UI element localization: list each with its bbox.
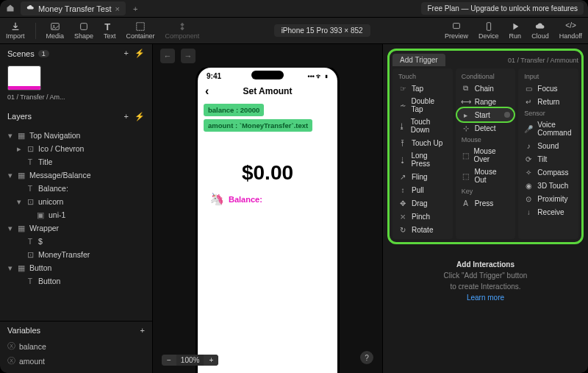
trigger-focus[interactable]: ▭Focus [520, 82, 577, 95]
trigger-voice[interactable]: 🎤Voice Command [520, 118, 577, 139]
trigger-receive[interactable]: ↓Receive [520, 205, 577, 219]
flash-icon[interactable]: ⚡ [135, 112, 145, 121]
double-tap-icon: ⩪ [398, 101, 406, 110]
layers-header: Layers + ⚡ [0, 107, 152, 126]
trigger-mouse-out[interactable]: ⬚Mouse Out [457, 166, 514, 186]
handoff-tool[interactable]: </> Handoff [559, 21, 582, 40]
mouse-over-icon: ⬚ [462, 151, 470, 160]
trigger-press[interactable]: APress [457, 196, 514, 210]
layer-balance[interactable]: TBalance: [0, 182, 152, 195]
trigger-long-press[interactable]: ⭭Long Press [394, 149, 451, 170]
trigger-drag[interactable]: ✥Drag [394, 196, 451, 210]
chip-amount[interactable]: amount : `MoneyTransfer`.text [204, 119, 312, 132]
variable-balance[interactable]: ⓧbalance [0, 339, 152, 354]
layer-unicorn[interactable]: ▾⊡unicorn [0, 195, 152, 208]
touch-down-icon: ⭳ [398, 121, 406, 130]
trigger-chain[interactable]: ⧉Chain [457, 82, 514, 95]
canvas[interactable]: 9:41 ••• ᯤ ▮ ‹ Set Amount balance : 2000… [153, 68, 382, 373]
toolbar: Import Media Shape T Text Container Comp… [0, 18, 588, 44]
trigger-tap[interactable]: ☞Tap [394, 82, 451, 95]
media-tool[interactable]: Media [46, 21, 65, 40]
layer-title[interactable]: TTitle [0, 155, 152, 168]
add-layer-button[interactable]: + [124, 112, 129, 121]
layer-wrapper[interactable]: ▾▦Wrapper [0, 221, 152, 235]
container-tool[interactable]: Container [126, 21, 155, 40]
trigger-rotate[interactable]: ↻Rotate [394, 223, 451, 236]
run-tool[interactable]: Run [509, 21, 522, 40]
canvas-area: ← → 9:41 ••• ᯤ ▮ ‹ Set Amount balance : … [153, 44, 382, 373]
return-icon: ↵ [524, 97, 533, 106]
trigger-sound[interactable]: ♪Sound [520, 139, 577, 152]
variable-amount[interactable]: ⓧamount [0, 354, 152, 369]
import-tool[interactable]: Import [6, 21, 25, 40]
right-panel: Add Trigger 01 / Transfer / Ammount Touc… [382, 44, 588, 373]
scenes-header: Scenes 1 + ⚡ [0, 44, 152, 63]
zoom-in-button[interactable]: + [204, 355, 218, 366]
upgrade-banner[interactable]: Free Plan — Upgrade to unlock more featu… [421, 2, 584, 15]
compass-icon: ✧ [524, 168, 533, 177]
trigger-double-tap[interactable]: ⩪Double Tap [394, 95, 451, 116]
trigger-touch-down[interactable]: ⭳Touch Down [394, 116, 451, 136]
layer-top-navigation[interactable]: ▾▦Top Navigation [0, 129, 152, 142]
text-tool[interactable]: T Text [104, 21, 116, 40]
chevron-left-icon[interactable]: ‹ [205, 85, 209, 98]
unicorn-icon: 🦄 [209, 192, 224, 206]
home-icon[interactable] [4, 4, 16, 14]
trigger-range[interactable]: ⟷Range [457, 95, 514, 108]
add-trigger-tab[interactable]: Add Trigger [392, 54, 445, 66]
left-panel: Scenes 1 + ⚡ 01 / Transfer / Am... Layer… [0, 44, 153, 373]
svg-rect-4 [453, 24, 460, 29]
trigger-pinch[interactable]: ⤫Pinch [394, 210, 451, 223]
scene-name: 01 / Transfer / Am... [7, 93, 145, 102]
drag-icon: ✥ [398, 199, 407, 207]
start-icon: ▸ [462, 110, 470, 119]
chain-icon: ⧉ [462, 84, 470, 93]
add-variable-button[interactable]: + [140, 326, 145, 335]
trigger-tilt[interactable]: ⟳Tilt [520, 152, 577, 166]
close-icon[interactable]: × [115, 4, 119, 13]
tab-project[interactable]: Money Transfer Test × [21, 1, 126, 15]
rotate-icon: ↻ [398, 225, 407, 234]
layer-uni1[interactable]: ▣uni-1 [0, 208, 152, 221]
text-icon: T [26, 184, 35, 193]
layer-money-transfer[interactable]: ⊡MoneyTransfer [0, 248, 152, 261]
trigger-proximity[interactable]: ⊙Proximity [520, 192, 577, 205]
text-icon: T [26, 277, 35, 285]
key-icon: A [462, 199, 470, 207]
device-tool[interactable]: Device [478, 21, 499, 40]
layer-button[interactable]: TButton [0, 274, 152, 288]
trigger-compass[interactable]: ✧Compass [520, 166, 577, 179]
back-button[interactable]: ← [160, 49, 175, 63]
trigger-detect[interactable]: ⊹Detect [457, 121, 514, 135]
layer-message-balance[interactable]: ▾▦Message/Balance [0, 168, 152, 182]
pull-icon: ↕ [398, 185, 407, 194]
layer-ico-chevron[interactable]: ▸⊡Ico / Chevron [0, 142, 152, 155]
flash-icon[interactable]: ⚡ [135, 49, 145, 58]
forward-button[interactable]: → [181, 49, 196, 63]
trigger-start[interactable]: ▸Start [457, 108, 514, 121]
layer-button-container[interactable]: ▾▦Button [0, 261, 152, 274]
layer-dollar[interactable]: T$ [0, 235, 152, 248]
interactions-hint: Add Interactions Click "Add Trigger" but… [387, 259, 584, 303]
trigger-fling[interactable]: ↗Fling [394, 170, 451, 183]
help-button[interactable]: ? [360, 351, 373, 364]
fling-icon: ↗ [398, 172, 407, 181]
scene-thumbnail[interactable] [7, 65, 41, 90]
trigger-3d-touch[interactable]: ◉3D Touch [520, 179, 577, 192]
trigger-pull[interactable]: ↕Pull [394, 183, 451, 196]
add-tab-button[interactable]: + [130, 4, 140, 13]
trigger-return[interactable]: ↵Return [520, 95, 577, 108]
amount-display: $0.00 [198, 161, 337, 185]
svg-rect-2 [81, 24, 87, 30]
learn-more-link[interactable]: Learn more [467, 294, 504, 302]
zoom-out-button[interactable]: − [162, 355, 176, 366]
add-scene-button[interactable]: + [124, 49, 129, 58]
preview-tool[interactable]: Preview [445, 21, 468, 40]
device-selector[interactable]: iPhone 15 Pro 393 × 852 [274, 24, 370, 37]
input-icon: ⊡ [26, 250, 35, 259]
chip-balance[interactable]: balance : 20000 [204, 104, 264, 116]
trigger-mouse-over[interactable]: ⬚Mouse Over [457, 145, 514, 166]
shape-tool[interactable]: Shape [74, 21, 93, 40]
cloud-tool[interactable]: Cloud [531, 21, 549, 40]
trigger-touch-up[interactable]: ⭱Touch Up [394, 136, 451, 149]
